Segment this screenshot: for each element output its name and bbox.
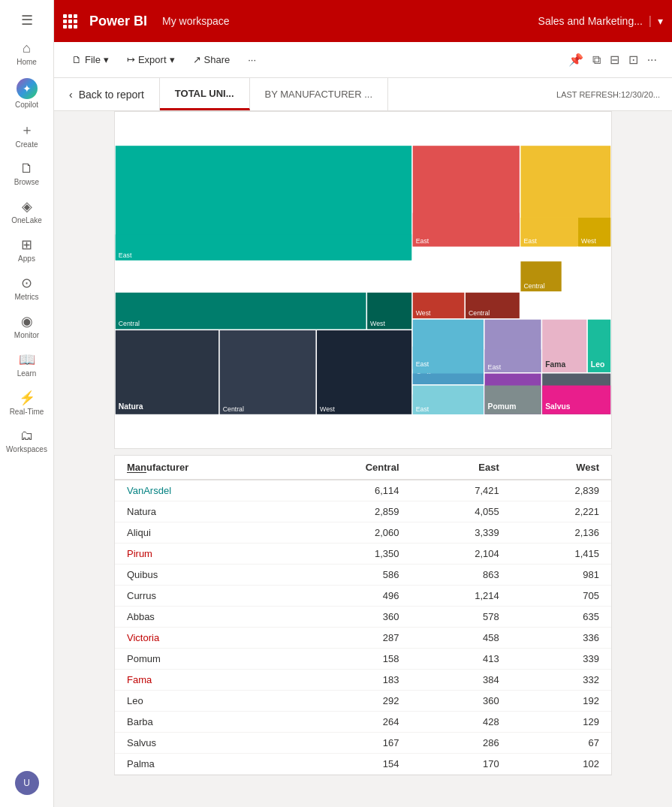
sidebar-item-workspaces[interactable]: 🗂 Workspaces bbox=[0, 422, 53, 459]
table-row: Abbas 360 578 635 bbox=[115, 607, 611, 628]
cell-west: 336 bbox=[511, 628, 611, 649]
data-table-container: Manufacturer Central East West VanArsdel… bbox=[114, 455, 612, 775]
pin-icon[interactable]: 📌 bbox=[565, 50, 586, 70]
export-icon: ↦ bbox=[127, 54, 135, 65]
cell-west: 67 bbox=[511, 733, 611, 754]
cell-manufacturer: Abbas bbox=[115, 607, 292, 628]
table-row: Currus 496 1,214 705 bbox=[115, 586, 611, 607]
app-launcher-icon[interactable] bbox=[63, 14, 77, 29]
monitor-icon: ◉ bbox=[21, 313, 33, 330]
cell-manufacturer: Victoria bbox=[115, 628, 292, 649]
cell-manufacturer: Pomum bbox=[115, 649, 292, 670]
table-row: Pomum 158 413 339 bbox=[115, 649, 611, 670]
user-avatar[interactable]: U bbox=[15, 771, 39, 795]
sidebar-item-copilot[interactable]: ✦ Copilot bbox=[0, 72, 53, 115]
back-to-report-btn[interactable]: ‹ Back to report bbox=[54, 78, 160, 110]
top-bar-right: Sales and Marketing... | ▾ bbox=[538, 14, 663, 28]
svg-text:West: West bbox=[581, 237, 596, 245]
cell-west: 339 bbox=[511, 649, 611, 670]
export-chevron-icon: ▾ bbox=[170, 54, 175, 65]
content-area: Power BI My workspace Sales and Marketin… bbox=[54, 0, 672, 807]
tab-by-manufacturer[interactable]: BY MANUFACTURER ... bbox=[250, 78, 389, 110]
cell-east: 1,214 bbox=[411, 586, 511, 607]
sidebar-item-label: Learn bbox=[17, 369, 37, 378]
table-row: VanArsdel 6,114 7,421 2,839 bbox=[115, 480, 611, 501]
cell-east: 3,339 bbox=[411, 522, 511, 544]
cell-east: 384 bbox=[411, 670, 511, 691]
cell-central: 586 bbox=[292, 565, 411, 586]
table-row: Natura 2,859 4,055 2,221 bbox=[115, 501, 611, 522]
sidebar-hamburger[interactable]: ☰ bbox=[0, 6, 53, 35]
duplicate-icon[interactable]: ⧉ bbox=[589, 50, 604, 70]
cell-east: 863 bbox=[411, 565, 511, 586]
cell-central: 183 bbox=[292, 670, 411, 691]
cell-east: 413 bbox=[411, 649, 511, 670]
copilot-icon: ✦ bbox=[17, 78, 38, 99]
col-central: Central bbox=[292, 456, 411, 480]
workspace-name[interactable]: My workspace bbox=[162, 15, 229, 27]
sidebar-item-label: Browse bbox=[14, 178, 39, 186]
top-bar: Power BI My workspace Sales and Marketin… bbox=[54, 0, 672, 42]
svg-text:East: East bbox=[523, 237, 537, 245]
report-dropdown-btn[interactable]: ▾ bbox=[658, 15, 663, 27]
sidebar-item-learn[interactable]: 📖 Learn bbox=[0, 345, 53, 384]
cell-central: 1,350 bbox=[292, 544, 411, 565]
cell-west: 981 bbox=[511, 565, 611, 586]
cell-east: 360 bbox=[411, 691, 511, 712]
sidebar-item-label: Workspaces bbox=[6, 445, 47, 453]
svg-text:Leo: Leo bbox=[591, 360, 604, 369]
table-row: Victoria 287 458 336 bbox=[115, 628, 611, 649]
sidebar-item-home[interactable]: ⌂ Home bbox=[0, 35, 53, 72]
sidebar-item-metrics[interactable]: ⊙ Metrics bbox=[0, 269, 53, 307]
sidebar-item-apps[interactable]: ⊞ Apps bbox=[0, 230, 53, 269]
cell-manufacturer: Barba bbox=[115, 712, 292, 733]
more-button[interactable]: ··· bbox=[242, 51, 262, 68]
divider: | bbox=[649, 14, 652, 28]
svg-text:Central: Central bbox=[469, 309, 490, 317]
table-row: Fama 183 384 332 bbox=[115, 670, 611, 691]
treemap[interactable]: VanArsdelEastCentralWestNaturaCentralWes… bbox=[115, 112, 611, 448]
svg-rect-34 bbox=[413, 374, 484, 384]
svg-text:Fama: Fama bbox=[545, 360, 565, 369]
cell-manufacturer: VanArsdel bbox=[115, 480, 292, 501]
svg-text:Salvus: Salvus bbox=[545, 402, 571, 411]
filter-icon[interactable]: ⊟ bbox=[607, 50, 622, 70]
cell-west: 192 bbox=[511, 691, 611, 712]
cell-west: 129 bbox=[511, 712, 611, 733]
cell-west: 102 bbox=[511, 754, 611, 775]
cell-manufacturer: Leo bbox=[115, 691, 292, 712]
svg-text:West: West bbox=[416, 309, 431, 317]
metrics-icon: ⊙ bbox=[21, 275, 32, 291]
file-chevron-icon: ▾ bbox=[104, 54, 109, 65]
cell-central: 6,114 bbox=[292, 480, 411, 501]
last-refresh: LAST REFRESH:12/30/20... bbox=[544, 78, 672, 110]
svg-text:West: West bbox=[320, 405, 335, 413]
focus-icon[interactable]: ⊡ bbox=[625, 50, 641, 70]
sidebar-item-label: Monitor bbox=[14, 331, 39, 339]
tab-total-uni[interactable]: TOTAL UNI... bbox=[160, 78, 250, 110]
sidebar-item-browse[interactable]: 🗋 Browse bbox=[0, 155, 53, 192]
file-icon: 🗋 bbox=[72, 54, 82, 65]
onelake-icon: ◈ bbox=[22, 198, 32, 215]
table-row: Quibus 586 863 981 bbox=[115, 565, 611, 586]
hamburger-icon: ☰ bbox=[21, 12, 33, 29]
share-icon: ↗ bbox=[193, 54, 201, 65]
svg-text:West: West bbox=[370, 320, 385, 327]
table-header-row: Manufacturer Central East West bbox=[115, 456, 611, 480]
table-row: Leo 292 360 192 bbox=[115, 691, 611, 712]
cell-manufacturer: Aliqui bbox=[115, 522, 292, 544]
cell-manufacturer: Pirum bbox=[115, 544, 292, 565]
share-button[interactable]: ↗ Share bbox=[187, 51, 237, 68]
cell-east: 4,055 bbox=[411, 501, 511, 522]
cell-manufacturer: Natura bbox=[115, 501, 292, 522]
more-options-icon[interactable]: ··· bbox=[644, 50, 660, 70]
cell-central: 2,859 bbox=[292, 501, 411, 522]
sidebar-item-onelake[interactable]: ◈ OneLake bbox=[0, 192, 53, 230]
file-button[interactable]: 🗋 File ▾ bbox=[66, 51, 115, 68]
sidebar-item-monitor[interactable]: ◉ Monitor bbox=[0, 307, 53, 345]
sidebar-copilot-label: Copilot bbox=[15, 101, 38, 109]
sidebar-item-create[interactable]: ＋ Create bbox=[0, 115, 53, 155]
export-button[interactable]: ↦ Export ▾ bbox=[121, 51, 181, 68]
sidebar-item-realtime[interactable]: ⚡ Real-Time bbox=[0, 384, 53, 422]
sidebar: ☰ ⌂ Home ✦ Copilot ＋ Create 🗋 Browse ◈ O… bbox=[0, 0, 54, 807]
